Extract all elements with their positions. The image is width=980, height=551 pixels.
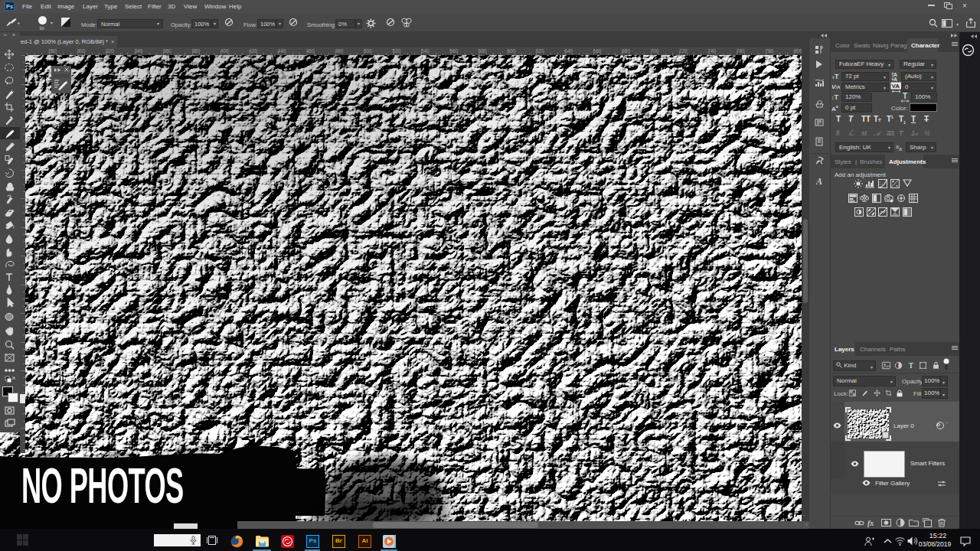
svg-text:T: T: [909, 362, 914, 370]
svg-text:A: A: [893, 77, 897, 82]
svg-text:A: A: [815, 177, 822, 187]
svg-text:fx: fx: [867, 519, 874, 527]
svg-text:VA: VA: [892, 83, 900, 90]
svg-text:T: T: [903, 92, 907, 100]
